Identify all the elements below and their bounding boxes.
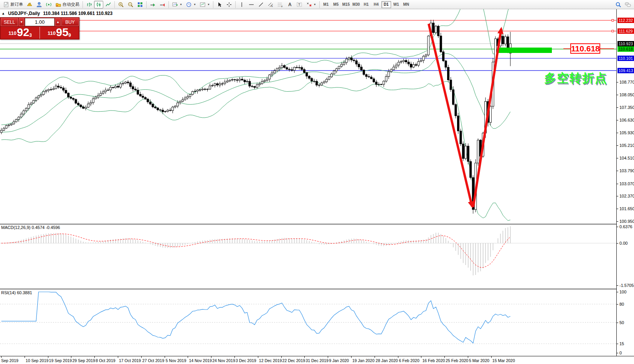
price-tick-label: 106.630 bbox=[619, 118, 634, 122]
macd-indicator-label: MACD(12,26,9) 0.4574 -0.4596 bbox=[1, 225, 60, 230]
rsi-tick-label: 15 bbox=[619, 341, 624, 346]
date-label: 16 Feb 2020 bbox=[422, 358, 445, 363]
price-tick-mark bbox=[617, 209, 618, 209]
date-tick-mark bbox=[94, 356, 95, 358]
vertical-line-icon bbox=[239, 2, 245, 8]
timeframe-m1-button[interactable]: M1 bbox=[321, 1, 331, 8]
toolbar-text-button[interactable]: A bbox=[285, 1, 294, 8]
timeframe-m15-button[interactable]: M15 bbox=[341, 1, 351, 8]
timeframe-m5-button[interactable]: M5 bbox=[331, 1, 341, 8]
price-badge-111.629: 111.629 bbox=[617, 28, 634, 34]
toolbar-chat-button[interactable] bbox=[623, 1, 632, 8]
toolbar-new-order-button[interactable]: 新订单 bbox=[2, 1, 25, 8]
toolbar-templates-button[interactable]: ▼ bbox=[198, 1, 211, 8]
buy-price-big: 95 bbox=[56, 27, 68, 38]
chart-shift-icon bbox=[159, 2, 165, 8]
toolbar-line-chart-button[interactable] bbox=[104, 1, 113, 8]
toolbar-auto-scroll-button[interactable] bbox=[148, 1, 157, 8]
dropdown-arrow-icon: ▼ bbox=[193, 3, 196, 6]
buy-button[interactable]: BUY bbox=[61, 18, 79, 26]
toolbar-candlestick-chart-button[interactable] bbox=[94, 1, 103, 8]
toolbar-horizontal-line-button[interactable] bbox=[247, 1, 256, 8]
macd-indicator-panel[interactable] bbox=[0, 225, 616, 288]
toolbar-auto-trading-button[interactable]: 自动交易 bbox=[54, 1, 81, 8]
toolbar-trendline-button[interactable] bbox=[256, 1, 266, 8]
panel-separator[interactable] bbox=[0, 224, 634, 224]
date-label: 5 Nov 2019 bbox=[166, 358, 187, 363]
main-price-chart[interactable] bbox=[0, 9, 616, 224]
macd-signal-line bbox=[2, 234, 510, 268]
price-badge-110.101: 110.101 bbox=[617, 56, 634, 61]
toolbar-periods-button[interactable]: ▼ bbox=[184, 1, 198, 8]
sell-price[interactable]: 110923 bbox=[1, 27, 40, 39]
price-tick-label: 100.950 bbox=[619, 219, 634, 224]
toolbar-signals-button[interactable] bbox=[44, 1, 53, 8]
toolbar-bar-chart-button[interactable] bbox=[84, 1, 94, 8]
quote-line: ▲ USDJPY-,Daily 110.384 111.586 109.661 … bbox=[2, 11, 112, 16]
timeframe-d1-button[interactable]: D1 bbox=[381, 1, 391, 8]
price-tick-mark bbox=[617, 145, 618, 146]
horizontal-line-icon bbox=[248, 2, 254, 8]
macd-tick-mark bbox=[617, 285, 618, 286]
new-chart-icon bbox=[172, 2, 178, 8]
toolbar-new-chart-button[interactable]: ▼ bbox=[170, 1, 184, 8]
buy-price-sup: 9 bbox=[68, 33, 71, 38]
toolbar-chart-shift-button[interactable] bbox=[158, 1, 167, 8]
toolbar-tile-windows-button[interactable] bbox=[135, 1, 145, 8]
rsi-indicator-panel[interactable] bbox=[0, 290, 616, 356]
gold-icon bbox=[26, 2, 33, 8]
date-tick-mark bbox=[444, 356, 445, 358]
trendline-icon bbox=[258, 2, 264, 8]
rsi-tick-label: 50 bbox=[619, 320, 624, 325]
volume-input[interactable]: 1.00 bbox=[25, 18, 54, 26]
timeframe-h1-button[interactable]: H1 bbox=[362, 1, 371, 8]
price-tick-mark bbox=[617, 120, 618, 120]
toolbar-label-button[interactable]: T bbox=[295, 1, 304, 8]
timeframe-mn-button[interactable]: MN bbox=[401, 1, 411, 8]
timeframe-m30-button[interactable]: M30 bbox=[351, 1, 361, 8]
toolbar-vertical-line-button[interactable] bbox=[237, 1, 246, 8]
timeframe-h4-button[interactable]: H4 bbox=[371, 1, 381, 8]
buy-price[interactable]: 110959 bbox=[40, 27, 79, 39]
toolbar-zoom-in-button[interactable] bbox=[116, 1, 125, 8]
price-tick-mark bbox=[617, 82, 618, 82]
timeframe-w1-button[interactable]: W1 bbox=[391, 1, 401, 8]
price-axis[interactable]: 108.770108.050107.350106.630105.930105.2… bbox=[616, 9, 634, 356]
price-badge-109.413: 109.413 bbox=[617, 68, 634, 73]
price-badge-112.232: 112.232 bbox=[617, 18, 634, 23]
toolbar-zoom-out-button[interactable] bbox=[126, 1, 135, 8]
price-tick-label: 108.050 bbox=[619, 92, 634, 97]
date-label: 24 Nov 2019 bbox=[212, 358, 235, 363]
bollinger-middle-band bbox=[2, 54, 510, 132]
date-tick-mark bbox=[48, 356, 48, 358]
volume-down-button[interactable]: ▼ bbox=[19, 18, 24, 26]
resistance-price-callout: 110.618 bbox=[570, 43, 600, 54]
quote-ohlc: 110.384 111.586 109.661 110.923 bbox=[43, 11, 112, 16]
panel-separator[interactable] bbox=[0, 288, 634, 289]
toolbar-arrows-button[interactable]: ▼ bbox=[304, 1, 318, 8]
fibonacci-icon: F bbox=[277, 2, 283, 8]
toolbar-community-button[interactable] bbox=[35, 1, 44, 8]
toolbar-cursor-button[interactable] bbox=[215, 1, 224, 8]
toolbar-gold-button[interactable] bbox=[25, 1, 34, 8]
date-label: 25 Feb 2020 bbox=[446, 358, 468, 363]
price-tick-mark bbox=[617, 133, 618, 133]
arrows-icon bbox=[306, 2, 312, 8]
line-chart-icon bbox=[105, 2, 111, 8]
toolbar-separator bbox=[83, 1, 83, 8]
toolbar-channel-button[interactable]: E bbox=[266, 1, 275, 8]
toolbar-search-button[interactable] bbox=[614, 1, 623, 8]
svg-text:E: E bbox=[271, 5, 273, 7]
toolbar-fibonacci-button[interactable]: F bbox=[276, 1, 285, 8]
date-tick-mark bbox=[141, 356, 142, 358]
date-label: 3 Dec 2019 bbox=[236, 358, 256, 363]
sell-button[interactable]: SELL bbox=[1, 18, 18, 26]
price-tick-label: 105.210 bbox=[619, 143, 634, 148]
volume-up-button[interactable]: ▲ bbox=[55, 18, 61, 26]
signals-icon bbox=[46, 2, 52, 8]
dropdown-arrow-icon: ▼ bbox=[207, 3, 210, 6]
price-tick-label: 107.350 bbox=[619, 105, 634, 110]
date-axis[interactable]: Sep 201910 Sep 201919 Sep 201929 Sep 201… bbox=[0, 356, 634, 364]
date-label: 31 Dec 2019 bbox=[305, 358, 329, 363]
toolbar-crosshair-button[interactable] bbox=[225, 1, 234, 8]
